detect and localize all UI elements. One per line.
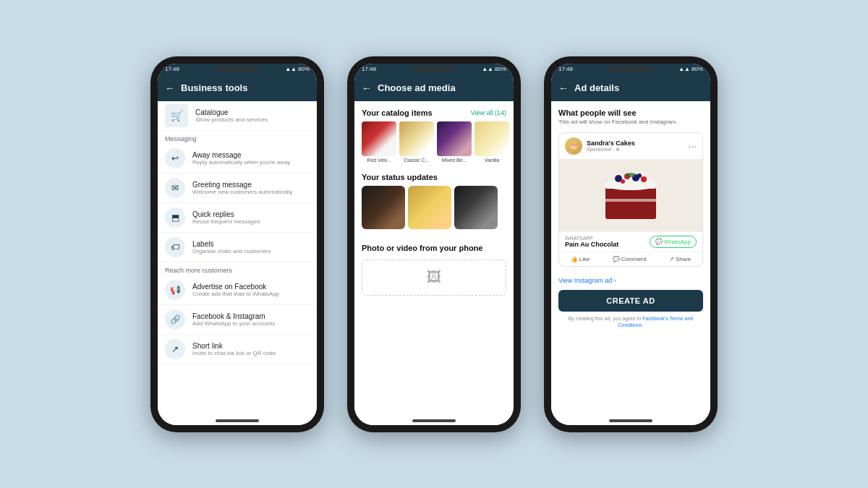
create-ad-button[interactable]: CREATE AD (558, 290, 703, 312)
app-header-3: ← Ad details (551, 75, 710, 101)
status-icons-1: ▲▲ 80% (285, 66, 310, 72)
labels-subtitle: Organise chats and customers (192, 248, 310, 254)
upload-icon: 🖼 (427, 269, 441, 286)
catalog-img-classic (399, 121, 434, 156)
catalogue-title: Catalogue (195, 108, 310, 116)
catalogue-subtitle: Show products and services (195, 116, 310, 123)
catalog-item-1[interactable]: Classic C... (399, 121, 434, 163)
share-label: Share (676, 256, 691, 262)
svg-point-9 (621, 179, 625, 184)
app-header-1: ← Business tools (158, 75, 317, 101)
messaging-label: Messaging (158, 131, 317, 144)
ad-image (559, 159, 702, 231)
catalog-item-2[interactable]: Mixed Be... (437, 121, 472, 163)
back-button-2[interactable]: ← (362, 82, 372, 94)
status-time-1: 17:48 (165, 66, 179, 72)
catalogue-icon: 🛒 (165, 104, 188, 127)
menu-item-short-link[interactable]: ↗ Short link Invite to chat via link or … (158, 335, 317, 364)
short-link-title: Short link (192, 342, 310, 350)
share-icon: ↗ (669, 256, 674, 262)
catalog-grid: Red Velv... Classic C... Mixed Be... Van… (354, 121, 514, 170)
battery-3: 80% (692, 66, 703, 72)
status-section-title: Your status updates (362, 173, 438, 181)
menu-item-fb-instagram[interactable]: 🔗 Facebook & Instagram Add WhatsApp to y… (158, 305, 317, 335)
ad-sponsored: Sponsored · ⊕ (587, 147, 684, 153)
ad-preview-subtext: This ad will show on Facebook and Instag… (558, 119, 703, 125)
catalogue-item[interactable]: 🛒 Catalogue Show products and services (158, 101, 317, 131)
catalog-label-1: Classic C... (404, 158, 429, 163)
ad-account-name: Sandra's Cakes (587, 140, 684, 147)
phone-home-bar (216, 419, 259, 422)
labels-icon: 🏷 (165, 237, 185, 257)
status-img-0[interactable] (362, 186, 405, 229)
app-header-2: ← Choose ad media (354, 75, 514, 101)
svg-point-10 (637, 174, 642, 178)
short-link-text: Short link Invite to chat via link or QR… (192, 342, 310, 356)
catalog-section-title: Your catalog items (362, 108, 433, 117)
view-instagram-link[interactable]: View Instagram ad › (558, 273, 703, 284)
like-icon: 👍 (571, 256, 578, 262)
photo-section-title: Photo or video from your phone (362, 244, 482, 252)
whatsapp-cta-button[interactable]: 💬 WhatsApp (650, 236, 697, 248)
photo-upload-button[interactable]: 🖼 (362, 260, 506, 296)
greeting-message-icon: ✉ (165, 178, 185, 198)
phone-notch-3 (609, 67, 652, 71)
catalog-img-mixedberry (437, 121, 472, 156)
menu-item-quick-replies[interactable]: ⬒ Quick replies Reuse frequent messages (158, 203, 317, 233)
comment-icon: 💬 (613, 256, 620, 262)
terms-dot: . (642, 322, 644, 328)
quick-replies-icon: ⬒ (165, 207, 185, 228)
menu-item-labels[interactable]: 🏷 Labels Organise chats and customers (158, 233, 317, 262)
product-name: Pain Au Chocolat (565, 241, 618, 248)
advertise-text: Advertise on Facebook Create ads that le… (192, 283, 310, 297)
menu-item-greeting[interactable]: ✉ Greeting message Welcome new customers… (158, 174, 317, 203)
screen-content-1: 🛒 Catalogue Show products and services M… (158, 101, 317, 425)
svg-point-11 (625, 173, 637, 177)
catalogue-text: Catalogue Show products and services (195, 108, 310, 123)
like-button[interactable]: 👍 Like (571, 256, 590, 262)
ad-actions: 👍 Like 💬 Comment ↗ Share (559, 252, 702, 266)
menu-item-advertise[interactable]: 📢 Advertise on Facebook Create ads that … (158, 275, 317, 305)
status-grid (354, 186, 514, 236)
greeting-message-title: Greeting message (192, 181, 310, 189)
battery-2: 80% (495, 66, 506, 72)
short-link-subtitle: Invite to chat via link or QR code (192, 350, 310, 356)
page-title-1: Business tools (181, 82, 247, 93)
ad-bottom-bar: WHATSAPP Pain Au Chocolat 💬 WhatsApp (559, 231, 702, 252)
ad-bottom-info: WHATSAPP Pain Au Chocolat (565, 236, 618, 248)
view-all-button[interactable]: View all (14) (471, 109, 506, 116)
quick-replies-title: Quick replies (192, 210, 310, 218)
phone-1: 17:48 ▲▲ 80% ← Business tools 🛒 Catalogu… (150, 56, 324, 432)
status-img-1[interactable] (408, 186, 451, 229)
catalog-img-redvelvet (362, 121, 396, 156)
ad-account-info: Sandra's Cakes Sponsored · ⊕ (587, 140, 684, 153)
back-button-3[interactable]: ← (558, 82, 569, 94)
status-section-title-wrap: Your status updates (354, 170, 514, 186)
back-button-1[interactable]: ← (165, 82, 175, 94)
catalog-label-0: Red Velv... (367, 158, 391, 163)
battery-1: 80% (298, 66, 310, 72)
comment-button[interactable]: 💬 Comment (613, 256, 647, 262)
share-button[interactable]: ↗ Share (669, 256, 691, 262)
status-icons-2: ▲▲ 80% (482, 66, 506, 72)
ad-more-button[interactable]: ··· (688, 140, 697, 152)
catalog-header: Your catalog items View all (14) (354, 101, 514, 121)
catalog-label-2: Mixed Be... (441, 158, 467, 163)
short-link-icon: ↗ (165, 339, 185, 359)
menu-item-away[interactable]: ↩ Away message Reply automatically when … (158, 144, 317, 174)
status-img-2[interactable] (454, 186, 498, 229)
fb-instagram-title: Facebook & Instagram (192, 312, 310, 320)
phone-home-bar-3 (609, 419, 652, 422)
away-message-subtitle: Reply automatically when you're away (192, 159, 310, 166)
like-label: Like (579, 256, 590, 262)
phone-home-bar-2 (412, 419, 456, 422)
away-message-title: Away message (192, 151, 310, 159)
labels-title: Labels (192, 240, 310, 248)
catalog-item-0[interactable]: Red Velv... (362, 121, 396, 163)
view-instagram-text: View Instagram ad (558, 277, 612, 284)
ad-preview-heading: What people will see (558, 108, 703, 117)
advertise-subtitle: Create ads that lead to WhatsApp (192, 291, 310, 297)
catalog-item-3[interactable]: Vanilla (475, 121, 509, 163)
cake-svg (591, 163, 671, 228)
catalog-img-vanilla (475, 121, 509, 156)
